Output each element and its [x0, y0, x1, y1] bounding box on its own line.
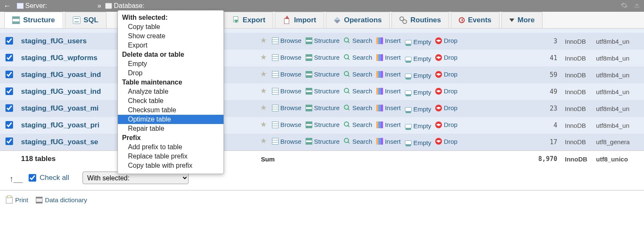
action-browse[interactable]: Browse — [272, 71, 301, 78]
row-checkbox[interactable] — [5, 137, 13, 145]
action-browse[interactable]: Browse — [272, 104, 301, 111]
row-checkbox[interactable] — [5, 37, 13, 45]
insert-icon — [376, 121, 383, 128]
tab-structure[interactable]: Structure — [4, 12, 63, 28]
action-empty[interactable]: Empty — [405, 139, 431, 146]
tab-sql[interactable]: SQL — [65, 12, 106, 28]
action-empty[interactable]: Empty — [405, 38, 431, 45]
check-all-checkbox[interactable] — [29, 174, 36, 182]
action-structure[interactable]: Structure — [306, 37, 340, 44]
row-checkbox[interactable] — [5, 104, 13, 112]
ctx-replace-prefix[interactable]: Replace table prefix — [118, 152, 224, 161]
ctx-check[interactable]: Check table — [118, 96, 224, 106]
favorite-toggle[interactable] — [261, 88, 268, 95]
tab-events[interactable]: Events — [451, 12, 500, 28]
action-browse[interactable]: Browse — [272, 138, 301, 145]
action-search[interactable]: Search — [344, 54, 373, 61]
action-empty[interactable]: Empty — [405, 89, 431, 96]
ctx-repair[interactable]: Repair table — [118, 124, 224, 133]
events-icon — [459, 17, 465, 23]
action-structure[interactable]: Structure — [306, 54, 340, 61]
row-checkbox[interactable] — [5, 87, 13, 95]
ctx-optimize[interactable]: Optimize table — [118, 115, 224, 124]
search-icon — [344, 105, 351, 111]
ctx-analyze[interactable]: Analyze table — [118, 87, 224, 96]
summary-collation: utf8_unico — [593, 151, 644, 167]
action-structure[interactable]: Structure — [306, 87, 340, 95]
action-browse[interactable]: Browse — [272, 54, 301, 61]
action-insert[interactable]: Insert — [376, 71, 401, 78]
tab-operations[interactable]: Operations — [326, 12, 390, 28]
favorite-toggle[interactable] — [261, 121, 268, 128]
search-icon — [344, 88, 351, 95]
action-search[interactable]: Search — [344, 121, 373, 128]
action-search[interactable]: Search — [344, 71, 373, 78]
action-structure[interactable]: Structure — [306, 71, 340, 78]
ctx-add-prefix[interactable]: Add prefix to table — [118, 143, 224, 152]
browse-icon — [272, 121, 279, 128]
action-empty[interactable]: Empty — [405, 55, 431, 62]
search-icon — [344, 121, 351, 128]
tab-more[interactable]: More — [501, 12, 543, 28]
action-insert[interactable]: Insert — [376, 87, 401, 95]
ctx-copy-table[interactable]: Copy table — [118, 22, 224, 32]
empty-icon — [405, 90, 412, 95]
tab-import[interactable]: Import — [275, 12, 324, 28]
drop-icon — [435, 121, 442, 128]
action-search[interactable]: Search — [344, 37, 373, 44]
ctx-copy-prefix[interactable]: Copy table with prefix — [118, 161, 224, 170]
action-structure[interactable]: Structure — [306, 121, 340, 128]
row-checkbox[interactable] — [5, 54, 13, 61]
search-icon — [344, 37, 351, 44]
action-insert[interactable]: Insert — [376, 138, 401, 145]
action-drop[interactable]: Drop — [435, 37, 458, 44]
action-empty[interactable]: Empty — [405, 72, 431, 79]
action-search[interactable]: Search — [344, 87, 373, 95]
action-search[interactable]: Search — [344, 138, 373, 145]
check-all-label[interactable]: Check all — [29, 174, 69, 182]
action-insert[interactable]: Insert — [376, 121, 401, 128]
drop-icon — [435, 138, 442, 145]
collapse-icon[interactable] — [633, 2, 641, 9]
row-checkbox[interactable] — [5, 121, 13, 129]
print-link[interactable]: Print — [6, 196, 28, 203]
ctx-checksum[interactable]: Checksum table — [118, 106, 224, 115]
action-drop[interactable]: Drop — [435, 54, 458, 61]
action-drop[interactable]: Drop — [435, 121, 458, 128]
action-empty[interactable]: Empty — [405, 122, 431, 129]
star-icon — [261, 138, 268, 145]
ctx-header-with-selected: With selected: — [118, 13, 224, 22]
tab-routines[interactable]: Routines — [391, 12, 449, 28]
action-insert[interactable]: Insert — [376, 104, 401, 111]
action-browse[interactable]: Browse — [272, 121, 301, 128]
ctx-drop[interactable]: Drop — [118, 69, 224, 78]
ctx-empty[interactable]: Empty — [118, 59, 224, 69]
back-icon[interactable]: ← — [3, 2, 11, 11]
drop-icon — [435, 71, 442, 78]
favorite-toggle[interactable] — [261, 105, 268, 111]
favorite-toggle[interactable] — [261, 54, 268, 61]
action-drop[interactable]: Drop — [435, 138, 458, 145]
tab-export[interactable]: Export — [224, 12, 274, 28]
action-insert[interactable]: Insert — [376, 54, 401, 61]
action-structure[interactable]: Structure — [306, 104, 340, 111]
action-browse[interactable]: Browse — [272, 87, 301, 95]
row-engine: InnoDB — [560, 33, 593, 50]
action-drop[interactable]: Drop — [435, 71, 458, 78]
favorite-toggle[interactable] — [261, 37, 268, 44]
action-insert[interactable]: Insert — [376, 37, 401, 44]
gear-icon[interactable] — [620, 2, 628, 9]
row-checkbox[interactable] — [5, 71, 13, 78]
data-dictionary-link[interactable]: Data dictionary — [36, 196, 87, 203]
ctx-show-create[interactable]: Show create — [118, 32, 224, 41]
action-empty[interactable]: Empty — [405, 106, 431, 113]
action-search[interactable]: Search — [344, 104, 373, 111]
action-structure[interactable]: Structure — [306, 138, 340, 145]
ctx-export[interactable]: Export — [118, 41, 224, 50]
action-drop[interactable]: Drop — [435, 104, 458, 111]
favorite-toggle[interactable] — [261, 71, 268, 78]
insert-icon — [376, 88, 383, 95]
action-drop[interactable]: Drop — [435, 87, 458, 95]
action-browse[interactable]: Browse — [272, 37, 301, 44]
favorite-toggle[interactable] — [261, 138, 268, 145]
